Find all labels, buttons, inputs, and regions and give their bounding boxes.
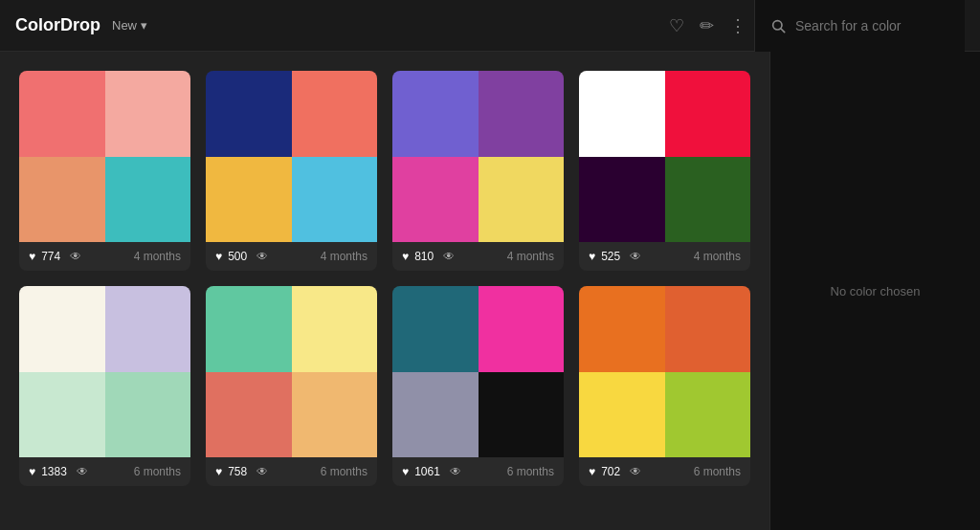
color-card[interactable]: ♥ 1061 👁 6 months (392, 286, 564, 486)
color-swatch (105, 372, 191, 458)
new-label: New (112, 18, 137, 33)
like-count: 500 (228, 250, 247, 263)
search-icon (770, 18, 786, 33)
like-count: 758 (228, 465, 247, 478)
color-swatch (665, 71, 751, 157)
like-count: 702 (601, 465, 620, 478)
color-swatch (579, 286, 665, 372)
card-footer: ♥ 1383 👁 6 months (19, 457, 190, 486)
search-bar (754, 0, 965, 52)
color-swatch (19, 71, 105, 157)
color-swatch (206, 157, 292, 243)
color-swatch (206, 286, 292, 372)
color-swatch (206, 372, 292, 458)
color-swatch (579, 372, 665, 458)
like-count: 525 (601, 250, 620, 263)
heart-icon[interactable]: ♡ (669, 15, 684, 36)
eye-icon[interactable]: 👁 (443, 250, 455, 263)
color-card[interactable]: ♥ 810 👁 4 months (392, 71, 564, 271)
color-swatch (479, 157, 565, 243)
heart-icon[interactable]: ♥ (29, 250, 35, 263)
color-card[interactable]: ♥ 758 👁 6 months (206, 286, 377, 486)
pencil-icon[interactable]: ✏ (700, 15, 714, 36)
card-footer: ♥ 1061 👁 6 months (392, 457, 564, 486)
time-ago: 6 months (321, 465, 368, 478)
color-grid: ♥ 774 👁 4 months ♥ 500 👁 4 months ♥ 810 … (19, 71, 750, 486)
color-swatches (19, 286, 190, 457)
eye-icon[interactable]: 👁 (70, 250, 81, 263)
color-swatch (105, 286, 191, 372)
chevron-down-icon: ▾ (141, 18, 147, 33)
like-count: 810 (414, 250, 434, 263)
color-card[interactable]: ♥ 500 👁 4 months (206, 71, 377, 271)
time-ago: 4 months (321, 250, 368, 263)
color-swatch (392, 286, 479, 372)
time-ago: 6 months (694, 465, 741, 478)
color-swatches (392, 71, 564, 242)
color-swatch (392, 157, 479, 243)
card-footer: ♥ 758 👁 6 months (206, 457, 377, 486)
more-icon[interactable]: ⋮ (729, 15, 746, 36)
heart-icon[interactable]: ♥ (402, 465, 409, 478)
eye-icon[interactable]: 👁 (77, 465, 88, 478)
card-footer: ♥ 500 👁 4 months (206, 242, 377, 271)
search-input[interactable] (795, 18, 949, 33)
heart-icon[interactable]: ♥ (29, 465, 35, 478)
color-swatches (392, 286, 564, 457)
like-count: 1061 (414, 465, 440, 478)
time-ago: 4 months (694, 250, 741, 263)
color-swatches (579, 286, 750, 457)
svg-line-1 (781, 29, 785, 33)
color-swatches (206, 71, 377, 242)
main: ♥ 774 👁 4 months ♥ 500 👁 4 months ♥ 810 … (0, 52, 980, 530)
heart-icon[interactable]: ♥ (215, 465, 222, 478)
color-swatch (292, 286, 378, 372)
color-card[interactable]: ♥ 774 👁 4 months (19, 71, 190, 271)
grid-area: ♥ 774 👁 4 months ♥ 500 👁 4 months ♥ 810 … (0, 52, 769, 530)
color-swatch (479, 286, 565, 372)
eye-icon[interactable]: 👁 (256, 250, 268, 263)
color-swatch (292, 372, 378, 458)
color-swatch (579, 157, 665, 243)
header-icons: ♡ ✏ ⋮ (669, 15, 746, 36)
heart-icon[interactable]: ♥ (589, 250, 595, 263)
color-swatch (665, 286, 751, 372)
color-card[interactable]: ♥ 702 👁 6 months (579, 286, 750, 486)
heart-icon[interactable]: ♥ (215, 250, 222, 263)
color-swatch (665, 372, 751, 458)
color-swatch (105, 71, 191, 157)
color-card[interactable]: ♥ 1383 👁 6 months (19, 286, 190, 486)
card-footer: ♥ 702 👁 6 months (579, 457, 750, 486)
time-ago: 4 months (134, 250, 181, 263)
color-swatch (105, 157, 191, 243)
color-swatch (479, 71, 565, 157)
color-swatch (392, 71, 479, 157)
card-footer: ♥ 810 👁 4 months (392, 242, 564, 271)
eye-icon[interactable]: 👁 (450, 465, 461, 478)
time-ago: 6 months (507, 465, 554, 478)
header: ColorDrop New ▾ ♡ ✏ ⋮ (0, 0, 980, 52)
color-swatches (19, 71, 190, 242)
color-swatches (579, 71, 750, 242)
color-swatch (206, 71, 292, 157)
color-swatch (665, 157, 751, 243)
time-ago: 4 months (507, 250, 554, 263)
color-swatch (479, 372, 565, 458)
eye-icon[interactable]: 👁 (630, 465, 641, 478)
new-button[interactable]: New ▾ (112, 18, 147, 33)
time-ago: 6 months (134, 465, 181, 478)
heart-icon[interactable]: ♥ (402, 250, 409, 263)
no-color-text: No color chosen (831, 284, 921, 298)
color-swatches (206, 286, 377, 457)
heart-icon[interactable]: ♥ (589, 465, 595, 478)
card-footer: ♥ 525 👁 4 months (579, 242, 750, 271)
eye-icon[interactable]: 👁 (256, 465, 268, 478)
color-swatch (392, 372, 479, 458)
color-swatch (292, 157, 378, 243)
color-swatch (292, 71, 378, 157)
eye-icon[interactable]: 👁 (630, 250, 641, 263)
color-swatch (579, 71, 665, 157)
card-footer: ♥ 774 👁 4 months (19, 242, 190, 271)
color-card[interactable]: ♥ 525 👁 4 months (579, 71, 750, 271)
color-swatch (19, 286, 105, 372)
